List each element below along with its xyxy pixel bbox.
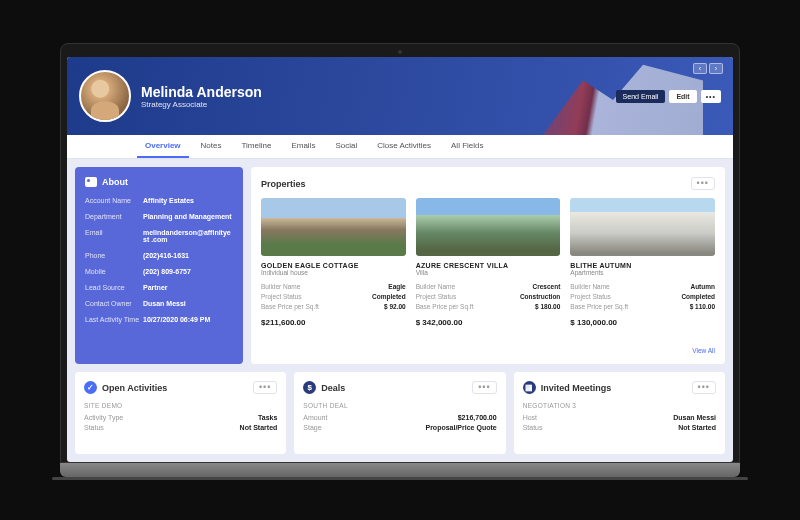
status-label: Project Status [570, 293, 610, 300]
tab-bar: Overview Notes Timeline Emails Social Cl… [67, 135, 733, 159]
property-name: AZURE CRESCENT VILLA [416, 262, 561, 269]
base-value: $ 92.00 [384, 303, 406, 310]
detail-label: Status [523, 424, 543, 431]
about-field-label: Phone [85, 252, 143, 259]
about-field-value[interactable]: Affinity Estates [143, 197, 233, 204]
meetings-title: Invited Meetings [541, 383, 612, 393]
base-label: Base Price per Sq.ft [416, 303, 474, 310]
property-type: Villa [416, 269, 561, 276]
about-row: DepartmentPlanning and Management [85, 213, 233, 220]
builder-label: Builder Name [261, 283, 300, 290]
about-field-label: Account Name [85, 197, 143, 204]
property-price: $ 130,000.00 [570, 318, 715, 327]
about-field-value[interactable]: (202) 809-6757 [143, 268, 233, 275]
contact-role: Strategy Associate [141, 100, 262, 109]
property-type: Individual house [261, 269, 406, 276]
meeting-name[interactable]: NEGOTIATION 3 [523, 402, 716, 409]
view-all-link[interactable]: View All [261, 347, 715, 354]
tab-social[interactable]: Social [327, 135, 365, 158]
tab-emails[interactable]: Emails [283, 135, 323, 158]
activity-name[interactable]: SITE DEMO [84, 402, 277, 409]
detail-row: Activity TypeTasks [84, 414, 277, 421]
status-value: Construction [520, 293, 560, 300]
about-row: Mobile(202) 809-6757 [85, 268, 233, 275]
contact-name: Melinda Anderson [141, 84, 262, 100]
tab-close-activities[interactable]: Close Activities [369, 135, 439, 158]
tab-notes[interactable]: Notes [193, 135, 230, 158]
properties-title: Properties [261, 179, 306, 189]
check-icon: ✓ [84, 381, 97, 394]
property-image [416, 198, 561, 256]
about-field-label: Lead Source [85, 284, 143, 291]
property-name: GOLDEN EAGLE COTTAGE [261, 262, 406, 269]
more-actions-button[interactable]: ••• [701, 90, 721, 103]
status-value: Completed [372, 293, 406, 300]
about-field-label: Department [85, 213, 143, 220]
builder-label: Builder Name [416, 283, 455, 290]
about-field-value[interactable]: 10/27/2020 06:49 PM [143, 316, 233, 323]
open-activities-more-icon[interactable]: ••• [253, 381, 277, 394]
laptop-base [60, 463, 740, 477]
avatar[interactable] [79, 70, 131, 122]
detail-row: StatusNot Started [523, 424, 716, 431]
camera-dot [398, 50, 402, 54]
detail-value: Dusan Messi [673, 414, 716, 421]
about-field-label: Mobile [85, 268, 143, 275]
app-screen: ‹ › Melinda Anderson Strategy Associate … [67, 57, 733, 462]
next-record-button[interactable]: › [709, 63, 723, 74]
base-value: $ 180.00 [535, 303, 560, 310]
status-label: Project Status [261, 293, 301, 300]
tab-timeline[interactable]: Timeline [233, 135, 279, 158]
property-card[interactable]: GOLDEN EAGLE COTTAGE Individual house Bu… [261, 198, 406, 343]
detail-label: Host [523, 414, 537, 421]
property-image [261, 198, 406, 256]
about-row: Account NameAffinity Estates [85, 197, 233, 204]
detail-value: Proposal/Price Quote [425, 424, 496, 431]
deal-name[interactable]: SOUTH DEAL [303, 402, 496, 409]
builder-value: Eagle [388, 283, 405, 290]
tab-all-fields[interactable]: All Fields [443, 135, 491, 158]
prev-record-button[interactable]: ‹ [693, 63, 707, 74]
builder-value: Crescent [533, 283, 561, 290]
tab-overview[interactable]: Overview [137, 135, 189, 158]
detail-value: Tasks [258, 414, 277, 421]
detail-value: Not Started [678, 424, 716, 431]
detail-row: Amount$216,700.00 [303, 414, 496, 421]
detail-value: $216,700.00 [458, 414, 497, 421]
base-label: Base Price per Sq.ft [570, 303, 628, 310]
about-field-value[interactable]: Dusan Messi [143, 300, 233, 307]
laptop-frame: ‹ › Melinda Anderson Strategy Associate … [60, 43, 740, 477]
calendar-icon: ▦ [523, 381, 536, 394]
meetings-more-icon[interactable]: ••• [692, 381, 716, 394]
property-card[interactable]: AZURE CRESCENT VILLA Villa Builder NameC… [416, 198, 561, 343]
status-value: Completed [681, 293, 715, 300]
contact-card-icon [85, 177, 97, 187]
about-row: Lead SourcePartner [85, 284, 233, 291]
send-email-button[interactable]: Send Email [616, 90, 666, 103]
profile-hero: ‹ › Melinda Anderson Strategy Associate … [67, 57, 733, 135]
base-label: Base Price per Sq.ft [261, 303, 319, 310]
about-panel: About Account NameAffinity EstatesDepart… [75, 167, 243, 364]
open-activities-title: Open Activities [102, 383, 167, 393]
detail-row: StageProposal/Price Quote [303, 424, 496, 431]
about-title: About [102, 177, 128, 187]
base-value: $ 110.00 [690, 303, 715, 310]
property-name: BLITHE AUTUMN [570, 262, 715, 269]
about-field-value[interactable]: (202)416-1631 [143, 252, 233, 259]
deals-panel: $Deals ••• SOUTH DEAL Amount$216,700.00S… [294, 372, 505, 454]
about-field-value[interactable]: Planning and Management [143, 213, 233, 220]
meetings-panel: ▦Invited Meetings ••• NEGOTIATION 3 Host… [514, 372, 725, 454]
about-field-value[interactable]: Partner [143, 284, 233, 291]
detail-label: Amount [303, 414, 327, 421]
property-image [570, 198, 715, 256]
about-field-value[interactable]: melindanderson@affinityest .com [143, 229, 233, 243]
deals-more-icon[interactable]: ••• [472, 381, 496, 394]
properties-more-icon[interactable]: ••• [691, 177, 715, 190]
edit-button[interactable]: Edit [669, 90, 696, 103]
about-field-label: Last Activity Time [85, 316, 143, 323]
property-type: Apartments [570, 269, 715, 276]
builder-value: Autumn [690, 283, 715, 290]
dollar-icon: $ [303, 381, 316, 394]
property-card[interactable]: BLITHE AUTUMN Apartments Builder NameAut… [570, 198, 715, 343]
property-price: $ 342,000.00 [416, 318, 561, 327]
